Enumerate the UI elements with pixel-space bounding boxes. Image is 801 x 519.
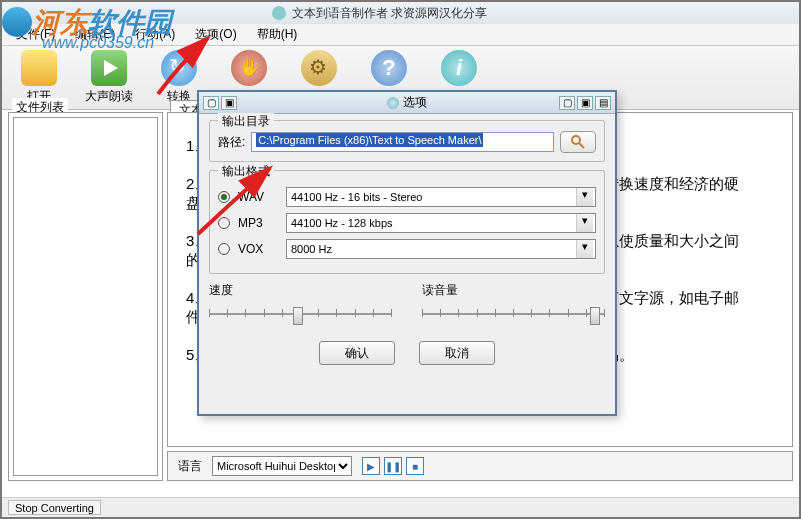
help-icon: ?	[371, 50, 407, 86]
file-list-panel	[8, 112, 163, 481]
output-dir-group: 输出目录 路径: C:\Program Files (x86)\Text to …	[209, 120, 605, 162]
help-button[interactable]: ?	[364, 50, 414, 88]
browse-button[interactable]	[560, 131, 596, 153]
pause-button[interactable]: ❚❚	[384, 457, 402, 475]
path-label: 路径:	[218, 134, 245, 151]
stop-icon	[231, 50, 267, 86]
dialog-max-button[interactable]: ▣	[577, 96, 593, 110]
menu-bar: 文件(F) 编辑(E) 行动(A) 选项(O) 帮助(H)	[2, 24, 799, 46]
gear-icon	[301, 50, 337, 86]
stop-button[interactable]	[224, 50, 274, 88]
path-input[interactable]: C:\Program Files (x86)\Text to Speech Ma…	[251, 132, 554, 152]
info-icon: i	[441, 50, 477, 86]
dialog-close-button[interactable]: ▤	[595, 96, 611, 110]
dialog-min-button[interactable]: ▢	[559, 96, 575, 110]
open-button[interactable]: 打开	[14, 50, 64, 105]
file-list[interactable]	[13, 117, 158, 476]
output-format-group: 输出格式 WAV 44100 Hz - 16 bits - Stereo MP3…	[209, 170, 605, 274]
status-text: Stop Converting	[8, 500, 101, 515]
wav-combo[interactable]: 44100 Hz - 16 bits - Stereo	[286, 187, 596, 207]
app-icon	[272, 6, 286, 20]
convert-icon	[161, 50, 197, 86]
cancel-button[interactable]: 取消	[419, 341, 495, 365]
dialog-title: 选项	[387, 94, 427, 111]
mp3-label: MP3	[238, 216, 278, 230]
dialog-sysbtn[interactable]: ▣	[221, 96, 237, 110]
window-titlebar: 文本到语音制作者 求资源网汉化分享	[2, 2, 799, 24]
output-format-label: 输出格式	[218, 163, 274, 180]
settings-button[interactable]	[294, 50, 344, 88]
dialog-sysbtn[interactable]: ▢	[203, 96, 219, 110]
volume-label: 读音量	[422, 283, 458, 297]
language-label: 语言	[178, 458, 202, 475]
about-button[interactable]: i	[434, 50, 484, 88]
read-aloud-button[interactable]: 大声朗读	[84, 50, 134, 105]
menu-options[interactable]: 选项(O)	[187, 24, 244, 45]
volume-slider[interactable]	[422, 303, 605, 327]
wav-label: WAV	[238, 190, 278, 204]
svg-line-1	[579, 143, 584, 148]
menu-action[interactable]: 行动(A)	[127, 24, 183, 45]
language-select[interactable]: Microsoft Huihui Desktop	[212, 456, 352, 476]
menu-help[interactable]: 帮助(H)	[249, 24, 306, 45]
language-bar: 语言 Microsoft Huihui Desktop ▶ ❚❚ ■	[167, 451, 793, 481]
ok-button[interactable]: 确认	[319, 341, 395, 365]
radio-wav[interactable]	[218, 191, 230, 203]
output-dir-label: 输出目录	[218, 113, 274, 130]
menu-edit[interactable]: 编辑(E)	[67, 24, 123, 45]
dialog-titlebar[interactable]: ▢ ▣ 选项 ▢ ▣ ▤	[199, 92, 615, 114]
radio-mp3[interactable]	[218, 217, 230, 229]
speed-label: 速度	[209, 283, 233, 297]
speed-slider[interactable]	[209, 303, 392, 327]
folder-icon	[21, 50, 57, 86]
window-title: 文本到语音制作者 求资源网汉化分享	[292, 5, 487, 22]
radio-vox[interactable]	[218, 243, 230, 255]
stop-playback-button[interactable]: ■	[406, 457, 424, 475]
transport-controls: ▶ ❚❚ ■	[362, 457, 424, 475]
speaker-icon	[91, 50, 127, 86]
magnifier-icon	[570, 134, 586, 150]
vox-label: VOX	[238, 242, 278, 256]
svg-point-0	[572, 136, 580, 144]
vox-combo[interactable]: 8000 Hz	[286, 239, 596, 259]
menu-file[interactable]: 文件(F)	[8, 24, 63, 45]
options-dialog: ▢ ▣ 选项 ▢ ▣ ▤ 输出目录 路径: C:\Program Files (…	[197, 90, 617, 416]
status-bar: Stop Converting	[2, 497, 799, 517]
mp3-combo[interactable]: 44100 Hz - 128 kbps	[286, 213, 596, 233]
play-button[interactable]: ▶	[362, 457, 380, 475]
